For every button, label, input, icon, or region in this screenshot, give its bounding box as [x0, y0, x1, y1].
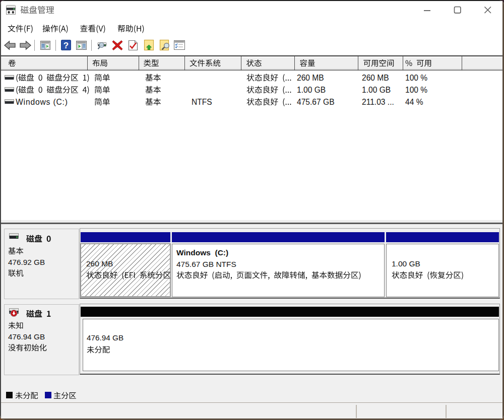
svg-text:260 MB: 260 MB [297, 74, 324, 82]
svg-text:476.92 GB: 476.92 GB [8, 258, 45, 266]
svg-text:100 %: 100 % [405, 74, 427, 82]
svg-text:1.00 GB: 1.00 GB [392, 259, 420, 268]
svg-text:475.67 GB NTFS: 475.67 GB NTFS [176, 260, 236, 268]
svg-text:211.03 ...: 211.03 ... [362, 98, 394, 106]
svg-text:1.00 GB: 1.00 GB [362, 86, 391, 94]
svg-text:1.00 GB: 1.00 GB [297, 86, 326, 94]
svg-text:100 %: 100 % [405, 86, 427, 94]
svg-text:476.94 GB: 476.94 GB [8, 332, 45, 341]
svg-text:260 MB: 260 MB [362, 74, 389, 82]
svg-text:476.94 GB: 476.94 GB [87, 333, 123, 342]
svg-text:NTFS: NTFS [192, 98, 212, 106]
svg-text:475.67 GB: 475.67 GB [297, 98, 335, 106]
svg-text:44 %: 44 % [405, 98, 423, 106]
svg-text:260 MB: 260 MB [86, 259, 113, 268]
svg-text:Windows (C:): Windows (C:) [16, 98, 68, 106]
svg-text:Windows (C:): Windows (C:) [176, 248, 228, 257]
